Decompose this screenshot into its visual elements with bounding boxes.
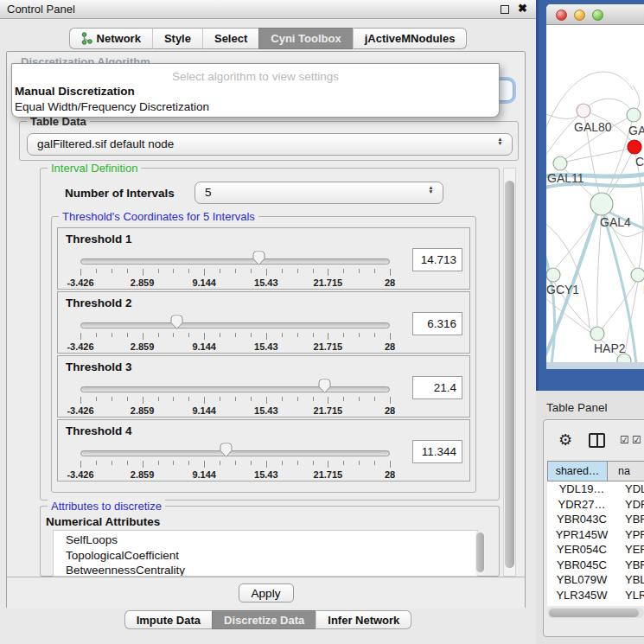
algorithm-option-equal-width[interactable]: Equal Width/Frequency Discretization — [12, 99, 499, 114]
network-view-window: GAL80GACGAL11GAL4GCY1HHAP2 — [536, 0, 644, 391]
algorithm-option-manual[interactable]: Manual Discretization — [12, 83, 499, 99]
close-icon[interactable]: ✖ — [518, 2, 527, 15]
table-row[interactable]: YLR345WYLR3 — [547, 588, 644, 603]
threshold-label: Threshold 3 — [66, 360, 132, 373]
table-row[interactable]: YBR045CYBR0 — [547, 558, 644, 573]
tab-style[interactable]: Style — [152, 28, 202, 49]
threshold-slider-track[interactable] — [80, 386, 390, 392]
tab-impute-data[interactable]: Impute Data — [124, 610, 212, 629]
network-node-c[interactable] — [628, 140, 641, 154]
network-node-ga[interactable] — [627, 108, 641, 122]
cell-name[interactable]: YLR3 — [616, 588, 644, 603]
tab-label: Network — [97, 32, 141, 45]
cell-shared-name[interactable]: YBR043C — [547, 512, 616, 527]
network-node-gal80[interactable] — [577, 104, 590, 118]
slider-tick-label: 9.144 — [192, 277, 216, 288]
table-header-row: shared… na — [547, 461, 644, 481]
table-data-combobox[interactable]: galFiltered.sif default node ▲▼ — [27, 133, 513, 156]
panel-vertical-scrollbar[interactable] — [503, 168, 516, 577]
cell-name[interactable]: YER0 — [616, 542, 644, 558]
threshold-slider-track[interactable] — [80, 450, 390, 456]
cell-shared-name[interactable]: YIL05… — [547, 603, 616, 606]
table-row[interactable]: YBL079WYBL0 — [547, 572, 644, 588]
cell-shared-name[interactable]: YDL19… — [547, 481, 616, 497]
apply-button[interactable]: Apply — [239, 583, 294, 603]
network-node-gal11[interactable] — [553, 156, 567, 170]
cell-name[interactable]: YBR0 — [616, 558, 644, 573]
network-node-gcy1[interactable] — [546, 268, 560, 282]
column-header-name[interactable]: na — [608, 461, 644, 481]
cell-shared-name[interactable]: YLR345W — [547, 588, 616, 603]
cyni-bottom-tabbar: Impute DataDiscretize DataInfer Network — [0, 610, 536, 629]
threshold-slider-thumb[interactable] — [252, 251, 265, 266]
network-node-hap2[interactable] — [590, 327, 604, 341]
node-label: GA — [628, 124, 644, 137]
attribute-item[interactable]: BetweennessCentrality — [66, 563, 477, 577]
network-canvas[interactable]: GAL80GACGAL11GAL4GCY1HHAP2 — [546, 25, 644, 362]
table-row[interactable]: YER054CYER0 — [547, 542, 644, 558]
network-node-gal4[interactable] — [590, 193, 613, 215]
slider-tick-label: 2.859 — [131, 469, 155, 480]
attributes-list-scrollbar[interactable] — [475, 532, 485, 575]
table-row[interactable]: YBR043CYBR0 — [547, 512, 644, 527]
threshold-panel-1: Threshold 1-3.4262.8599.14415.4321.71528… — [57, 227, 470, 290]
threshold-slider-track[interactable] — [80, 322, 390, 328]
cell-shared-name[interactable]: YBR045C — [547, 558, 616, 573]
cell-shared-name[interactable]: YER054C — [547, 542, 616, 558]
interval-definition-label: Interval Definition — [48, 162, 141, 175]
threshold-slider-thumb[interactable] — [318, 379, 331, 394]
cell-name[interactable]: YDL1 — [616, 481, 644, 497]
network-node-h[interactable] — [631, 268, 644, 282]
tab-label: Impute Data — [137, 614, 201, 627]
interval-definition-group: Interval Definition Number of Intervals … — [40, 168, 500, 501]
minimize-traffic-light-icon[interactable] — [574, 10, 585, 21]
threshold-value-field[interactable]: 6.316 — [412, 312, 462, 335]
cell-shared-name[interactable]: YDR27… — [547, 497, 616, 513]
cell-name[interactable]: YBR0 — [616, 512, 644, 527]
attribute-item[interactable]: TopologicalCoefficient — [66, 548, 477, 564]
attribute-item[interactable]: SelfLoops — [66, 532, 477, 548]
node-label: HAP2 — [594, 341, 626, 355]
threshold-value-field[interactable]: 11.344 — [412, 440, 462, 463]
table-row[interactable]: YIL05…YIL0 — [547, 603, 644, 606]
threshold-slider-track[interactable] — [80, 258, 390, 265]
zoom-traffic-light-icon[interactable] — [592, 10, 603, 21]
screen: Control Panel ✖ NetworkStyleSelectCyni T… — [0, 0, 644, 644]
cell-name[interactable]: YPR1 — [616, 527, 644, 543]
threshold-value-field[interactable]: 21.4 — [412, 376, 462, 399]
tab-infer-network[interactable]: Infer Network — [316, 610, 411, 629]
tab-cyni-toolbox[interactable]: Cyni Toolbox — [258, 28, 352, 49]
table-row[interactable]: YDR27…YDR2 — [547, 497, 644, 513]
tab-jactivemnodules[interactable]: jActiveMNodules — [353, 28, 468, 49]
tab-select[interactable]: Select — [202, 28, 258, 49]
checkbox-icon[interactable]: ☑ — [620, 434, 629, 446]
threshold-slider-thumb[interactable] — [220, 443, 233, 458]
threshold-panel-4: Threshold 4-3.4262.8599.14415.4321.71528… — [57, 419, 470, 481]
cell-name[interactable]: YDR2 — [616, 497, 644, 513]
slider-tick-label: 15.43 — [254, 469, 278, 480]
table-row[interactable]: YPR145WYPR1 — [547, 527, 644, 543]
number-of-intervals-combobox[interactable]: 5 ▲▼ — [194, 182, 443, 204]
table-horizontal-scrollbar[interactable] — [547, 608, 644, 618]
float-window-icon[interactable] — [501, 5, 509, 14]
numerical-attributes-list[interactable]: SelfLoopsTopologicalCoefficientBetweenne… — [53, 530, 478, 577]
checkbox-icon[interactable]: ☑ — [632, 434, 641, 446]
tab-label: Style — [164, 32, 191, 45]
table-data-group: Table Data galFiltered.sif default node … — [19, 121, 519, 161]
attributes-group-label: Attributes to discretize — [48, 500, 165, 513]
column-header-shared-name[interactable]: shared… — [547, 461, 608, 481]
threshold-label: Threshold 1 — [66, 233, 132, 245]
tab-discretize-data[interactable]: Discretize Data — [212, 610, 316, 629]
settings-gear-icon[interactable]: ⚙ — [558, 430, 572, 450]
cell-name[interactable]: YBL0 — [616, 572, 644, 588]
close-traffic-light-icon[interactable] — [556, 10, 567, 21]
cell-name[interactable]: YIL0 — [616, 603, 644, 606]
table-row[interactable]: YDL19…YDL1 — [547, 481, 644, 497]
tab-network[interactable]: Network — [69, 28, 152, 49]
threshold-slider-thumb[interactable] — [170, 315, 183, 330]
cell-shared-name[interactable]: YBL079W — [547, 572, 616, 588]
network-node[interactable] — [617, 354, 631, 362]
column-layout-icon[interactable] — [589, 433, 605, 448]
cell-shared-name[interactable]: YPR145W — [547, 527, 616, 543]
threshold-value-field[interactable]: 14.713 — [412, 248, 462, 271]
